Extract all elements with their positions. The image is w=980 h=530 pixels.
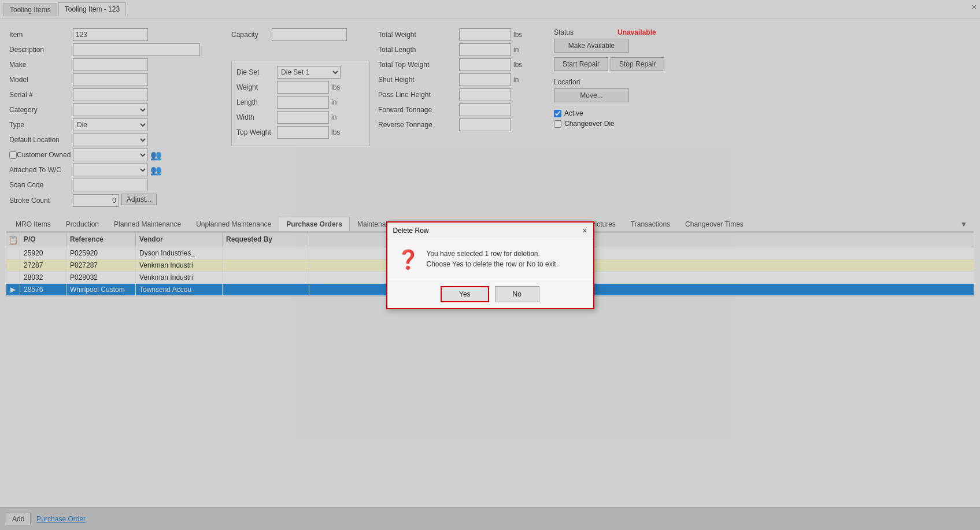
- modal-close-button[interactable]: ×: [582, 226, 587, 235]
- modal-title-bar: Delete Row ×: [387, 223, 593, 239]
- modal-question-icon: ❓: [397, 249, 420, 270]
- modal-no-button[interactable]: No: [495, 286, 539, 302]
- modal-message-line1: You have selected 1 row for deletion.: [427, 249, 558, 259]
- modal-message-line2: Choose Yes to delete the row or No to ex…: [427, 259, 558, 269]
- modal-title-text: Delete Row: [393, 227, 429, 235]
- modal-message: You have selected 1 row for deletion. Ch…: [427, 249, 558, 269]
- modal-overlay: Delete Row × ❓ You have selected 1 row f…: [0, 0, 980, 302]
- modal-footer: Yes No: [387, 280, 593, 303]
- modal-body: ❓ You have selected 1 row for deletion. …: [387, 239, 593, 280]
- modal-yes-button[interactable]: Yes: [441, 286, 489, 302]
- delete-row-modal: Delete Row × ❓ You have selected 1 row f…: [386, 221, 594, 303]
